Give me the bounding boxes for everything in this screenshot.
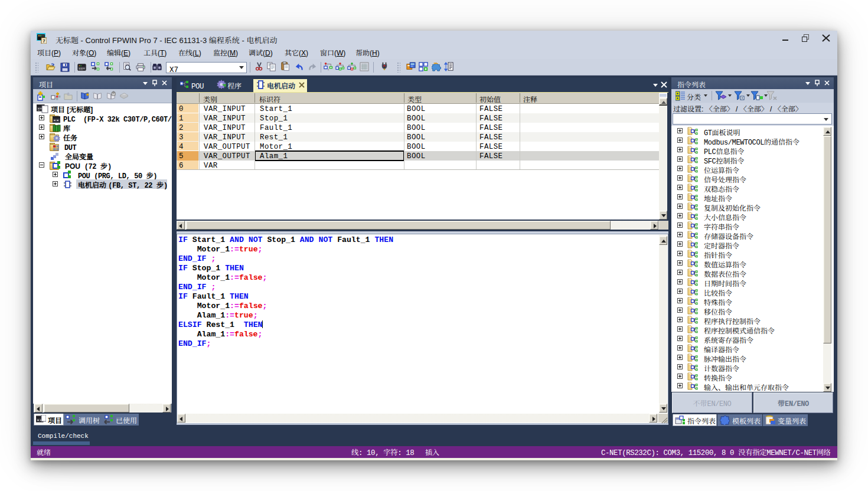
svg-text:7: 7 bbox=[43, 38, 45, 44]
